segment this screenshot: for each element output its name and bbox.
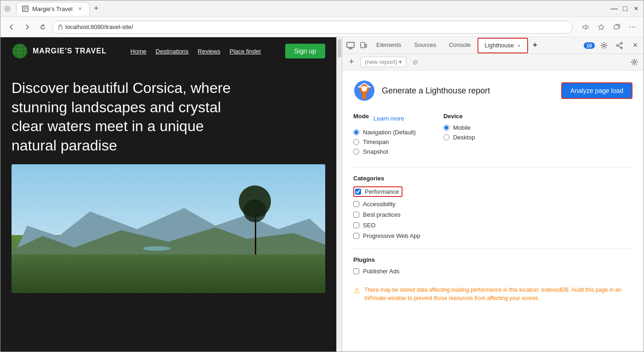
screencast-button[interactable] xyxy=(344,39,357,52)
read-aloud-button[interactable] xyxy=(579,21,592,34)
mode-snapshot[interactable]: Snapshot xyxy=(353,148,416,155)
plugins-label: Plugins xyxy=(353,256,632,263)
svg-rect-25 xyxy=(362,92,366,99)
lighthouse-settings: Mode Learn more Navigation (Default) Tim… xyxy=(353,113,632,158)
mode-label: Mode xyxy=(353,113,369,120)
nav-place-finder[interactable]: Place finder xyxy=(230,48,261,55)
svg-rect-5 xyxy=(614,25,619,29)
maximize-button[interactable]: □ xyxy=(621,5,629,12)
browser-tab-active[interactable]: Margie's Travel × xyxy=(16,2,90,16)
devtools-tab-bar: Elements Sources Console Lighthouse × + … xyxy=(342,37,644,54)
svg-point-13 xyxy=(362,46,363,47)
device-desktop[interactable]: Desktop xyxy=(443,134,475,141)
performance-checkbox[interactable] xyxy=(355,189,361,195)
signup-button[interactable]: Sign up xyxy=(285,44,325,58)
collections-button[interactable] xyxy=(610,21,623,34)
learn-more-link[interactable]: Learn more xyxy=(374,115,404,122)
devtools-settings-button[interactable] xyxy=(598,39,610,52)
browser-viewport: MARGIE'S TRAVEL Home Destinations Review… xyxy=(0,37,336,352)
category-accessibility[interactable]: Accessibility xyxy=(353,201,632,208)
publisher-ads-checkbox[interactable] xyxy=(353,268,359,274)
devtools-right-controls: 10 × xyxy=(584,39,642,52)
tree-trunk xyxy=(255,208,256,254)
lighthouse-toolbar: + (new report) ▾ ⊘ xyxy=(342,54,644,70)
issues-badge[interactable]: 10 xyxy=(584,42,595,49)
device-mobile[interactable]: Mobile xyxy=(443,124,475,131)
lighthouse-settings-button[interactable] xyxy=(629,57,640,68)
lighthouse-title-area: Generate a Lighthouse report xyxy=(353,80,490,102)
mode-section: Mode Learn more Navigation (Default) Tim… xyxy=(353,113,416,158)
new-tab-button[interactable]: + xyxy=(90,2,103,15)
more-tabs-button[interactable]: + xyxy=(528,40,542,50)
page-icon xyxy=(22,6,29,12)
svg-point-18 xyxy=(616,45,618,46)
globe-icon xyxy=(12,43,28,59)
plugins-section: Plugins Publisher Ads xyxy=(353,256,632,275)
svg-point-17 xyxy=(621,47,622,49)
address-input[interactable]: localhost:8080/travel-site/ xyxy=(52,21,573,34)
category-seo[interactable]: SEO xyxy=(353,222,632,229)
scrollbar-thumb[interactable] xyxy=(338,39,341,58)
tab-close-button[interactable]: × xyxy=(76,5,84,12)
devtools-share-button[interactable] xyxy=(613,39,626,52)
back-button[interactable] xyxy=(5,21,18,34)
page-scrollbar[interactable] xyxy=(336,37,342,352)
performance-highlighted: Performance xyxy=(353,186,402,197)
tab-elements[interactable]: Elements xyxy=(370,38,408,53)
lighthouse-logo xyxy=(353,80,375,102)
seo-checkbox[interactable] xyxy=(353,222,359,228)
tab-console[interactable]: Console xyxy=(443,38,477,53)
divider-2 xyxy=(353,248,632,249)
accessibility-checkbox[interactable] xyxy=(353,201,359,207)
more-button[interactable]: ··· xyxy=(626,21,639,34)
tab-title: Margie's Travel xyxy=(32,6,73,12)
site-header: MARGIE'S TRAVEL Home Destinations Review… xyxy=(0,37,336,65)
foreground xyxy=(12,254,325,293)
lighthouse-content: Generate a Lighthouse report Analyze pag… xyxy=(342,70,644,352)
plugin-publisher-ads[interactable]: Publisher Ads xyxy=(353,268,632,275)
category-best-practices[interactable]: Best practices xyxy=(353,211,632,218)
title-bar: Margie's Travel × + — □ × xyxy=(0,0,644,17)
report-dropdown[interactable]: (new report) ▾ xyxy=(361,57,406,67)
nav-destinations[interactable]: Destinations xyxy=(155,48,189,55)
categories-section: Categories Performance Accessibility Bes xyxy=(353,175,632,239)
svg-point-16 xyxy=(621,42,622,44)
tab-sources[interactable]: Sources xyxy=(408,38,443,53)
categories-label: Categories xyxy=(353,175,632,182)
nav-reviews[interactable]: Reviews xyxy=(198,48,220,55)
nav-home[interactable]: Home xyxy=(131,48,147,55)
device-section: Device Mobile Desktop xyxy=(443,113,475,158)
address-bar: localhost:8080/travel-site/ ··· xyxy=(0,17,644,37)
warning-banner: ⚠ There may be stored data affecting loa… xyxy=(353,282,632,306)
devtools-close-button[interactable]: × xyxy=(629,39,642,52)
device-toggle-button[interactable] xyxy=(357,39,370,52)
water-element xyxy=(143,246,171,251)
best-practices-checkbox[interactable] xyxy=(353,212,359,218)
clear-report-button[interactable]: ⊘ xyxy=(410,57,421,68)
minimize-button[interactable]: — xyxy=(610,5,618,12)
lighthouse-tab-close[interactable]: × xyxy=(518,43,520,48)
svg-point-15 xyxy=(603,44,605,46)
site-nav: Home Destinations Reviews Place finder xyxy=(131,48,261,55)
category-pwa[interactable]: Progressive Web App xyxy=(353,232,632,239)
mode-navigation[interactable]: Navigation (Default) xyxy=(353,129,416,136)
favorites-button[interactable] xyxy=(595,21,608,34)
analyze-page-load-button[interactable]: Analyze page load xyxy=(561,82,632,99)
warning-icon: ⚠ xyxy=(353,286,360,295)
tab-lighthouse[interactable]: Lighthouse × xyxy=(477,38,528,53)
hero-image xyxy=(12,164,325,293)
mode-title-row: Mode Learn more xyxy=(353,113,416,124)
warning-text: There may be stored data affecting loadi… xyxy=(364,286,632,302)
pwa-checkbox[interactable] xyxy=(353,233,359,239)
mode-timespan[interactable]: Timespan xyxy=(353,138,416,145)
forward-button[interactable] xyxy=(21,21,34,34)
hero-section: Discover beautiful Corsica, where stunni… xyxy=(0,65,336,164)
window-close-button[interactable]: × xyxy=(632,5,640,12)
svg-rect-11 xyxy=(347,42,354,47)
category-performance[interactable]: Performance xyxy=(353,186,632,197)
refresh-button[interactable] xyxy=(36,21,49,34)
hero-image-container xyxy=(0,164,336,304)
hero-heading: Discover beautiful Corsica, where stunni… xyxy=(12,79,251,155)
new-report-button[interactable]: + xyxy=(346,57,357,68)
website-content: MARGIE'S TRAVEL Home Destinations Review… xyxy=(0,37,336,352)
